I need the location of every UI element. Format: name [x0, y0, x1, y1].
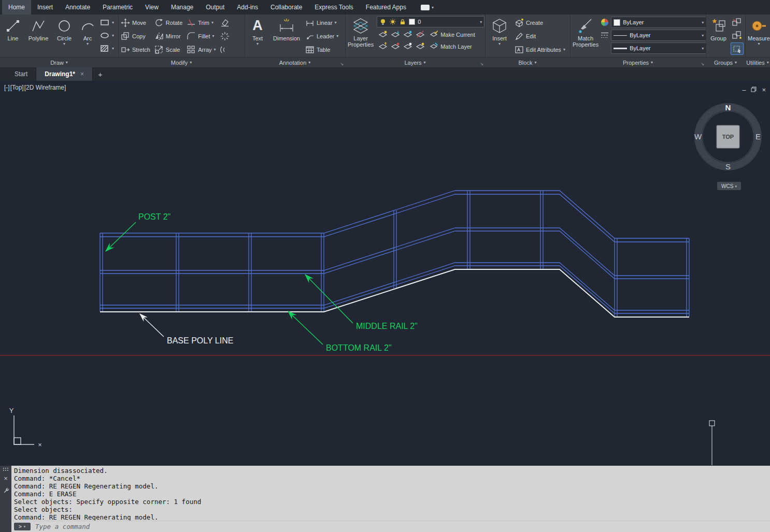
layer-off-icon[interactable]	[377, 28, 389, 40]
command-input[interactable]: Type a command	[35, 523, 90, 530]
rotate-button[interactable]: Rotate	[153, 16, 183, 29]
ellipse-button[interactable]: ▾	[99, 30, 115, 41]
object-color-dropdown[interactable]: ByLayer▾	[611, 17, 706, 28]
command-close-icon[interactable]: ×	[4, 476, 8, 482]
command-prompt-icon[interactable]: > ▾	[14, 523, 31, 530]
linetype-dropdown[interactable]: ByLayer▾	[611, 30, 706, 41]
tab-add-ins[interactable]: Add-ins	[231, 0, 264, 15]
railing-geometry	[100, 191, 689, 317]
layers-panel-dropdown[interactable]: Layers▾↘	[345, 57, 485, 67]
layer-thaw-all-icon[interactable]	[414, 40, 426, 52]
layer-select-dropdown[interactable]: 0 ▾	[377, 16, 484, 27]
restore-icon[interactable]	[751, 85, 757, 94]
circle-button[interactable]: Circle ▾	[52, 16, 76, 47]
close-drawing-tab-icon[interactable]: ×	[80, 70, 84, 78]
navigation-compass[interactable]: N W E S TOP	[694, 103, 762, 171]
layer-lock-toggle-icon[interactable]	[414, 28, 426, 40]
layer-turn-on-icon[interactable]	[402, 40, 413, 52]
block-panel-dropdown[interactable]: Block▾	[485, 57, 570, 67]
tab-featured-apps[interactable]: Featured Apps	[360, 0, 412, 15]
tab-output[interactable]: Output	[199, 0, 231, 15]
mirror-button[interactable]: Mirror	[153, 30, 183, 42]
lineweight-dropdown[interactable]: ByLayer▾	[611, 42, 706, 54]
array-button[interactable]: Array▾	[186, 43, 217, 56]
tab-collaborate[interactable]: Collaborate	[264, 0, 308, 15]
viewport-controls: [-] [Top] [2D Wireframe]	[4, 84, 66, 91]
layer-freeze-icon[interactable]	[402, 28, 413, 40]
ribbon-panel-modify: Move Copy Stretch Rotate Mirror Scale Tr…	[118, 15, 245, 67]
new-drawing-tab-button[interactable]: +	[93, 67, 108, 81]
bottom-rail-label: BOTTOM RAIL 2"	[326, 343, 392, 352]
offset-button[interactable]	[219, 43, 231, 56]
tab-start[interactable]: Start	[6, 67, 36, 81]
dimension-button[interactable]: Dimension	[270, 16, 303, 42]
arc-button[interactable]: Arc ▾	[77, 16, 98, 47]
tab-insert[interactable]: Insert	[31, 0, 59, 15]
command-drag-handle-icon[interactable]	[3, 468, 4, 469]
linetype-list-icon[interactable]	[601, 31, 609, 39]
utilities-panel-dropdown[interactable]: Utilities▾	[745, 57, 770, 67]
layer-properties-button[interactable]: Layer Properties	[347, 16, 375, 48]
text-button[interactable]: A Text ▾	[246, 16, 269, 47]
linear-dimension-button[interactable]: Linear▾	[304, 16, 339, 29]
edit-block-button[interactable]: Edit	[514, 30, 566, 42]
command-history-line: Select objects: Specify opposite corner:…	[11, 498, 770, 506]
viewcube[interactable]: TOP	[717, 125, 739, 148]
wcs-dropdown[interactable]: WCS ▾	[717, 182, 741, 190]
stretch-button[interactable]: Stretch	[120, 43, 151, 56]
draw-panel-dropdown[interactable]: Draw▾	[0, 57, 118, 67]
tab-parametric[interactable]: Parametric	[96, 0, 139, 15]
autocad-window: Home Insert Annotate Parametric View Man…	[0, 0, 770, 532]
match-properties-button[interactable]: Match Properties	[572, 16, 600, 48]
layer-freeze-all-icon[interactable]	[389, 40, 401, 52]
tab-home[interactable]: Home	[2, 0, 31, 15]
minimize-icon[interactable]: –	[742, 87, 746, 93]
tab-annotate[interactable]: Annotate	[59, 0, 96, 15]
explode-button[interactable]	[219, 30, 231, 42]
move-button[interactable]: Move	[120, 16, 151, 29]
trim-button[interactable]: Trim▾	[186, 16, 217, 29]
group-selection-toggle[interactable]	[731, 42, 744, 55]
tab-drawing1[interactable]: Drawing1* ×	[36, 67, 93, 81]
create-block-button[interactable]: Create	[514, 16, 566, 29]
rectangle-button[interactable]: ▾	[99, 17, 115, 28]
drawing-canvas[interactable]: [-] [Top] [2D Wireframe] – × WCS ▾	[0, 81, 770, 466]
compass-north: N	[725, 103, 731, 112]
tab-express-tools[interactable]: Express Tools	[308, 0, 359, 15]
insert-block-button[interactable]: Insert ▾	[487, 16, 512, 47]
text-icon: A	[252, 16, 263, 35]
match-layer-button[interactable]: Match Layer	[429, 40, 476, 52]
viewport-visual-style-control[interactable]: [2D Wireframe]	[24, 84, 66, 91]
layer-isolate-icon[interactable]	[389, 28, 401, 40]
erase-button[interactable]	[219, 16, 231, 29]
line-button[interactable]: Line	[2, 16, 24, 42]
color-wheel-icon[interactable]	[601, 18, 609, 26]
copy-button[interactable]: Copy	[120, 30, 151, 42]
groups-panel-dropdown[interactable]: Groups▾	[706, 57, 745, 67]
scale-button[interactable]: Scale	[153, 43, 183, 56]
group-edit-icon[interactable]	[731, 30, 743, 41]
hatch-button[interactable]: ▾	[99, 43, 115, 54]
group-button[interactable]: Group	[707, 16, 730, 42]
edit-attributes-button[interactable]: Edit Attributes▾	[514, 43, 566, 56]
customize-wrench-icon[interactable]	[3, 486, 9, 496]
make-current-button[interactable]: Make Current	[429, 28, 476, 40]
close-icon[interactable]: ×	[762, 87, 766, 93]
fillet-button[interactable]: Fillet▾	[186, 30, 217, 42]
tab-view[interactable]: View	[139, 0, 165, 15]
ribbon-display-toggle[interactable]: ▾	[421, 0, 434, 15]
ribbon-panel-layers: Layer Properties 0 ▾	[345, 15, 486, 67]
tab-manage[interactable]: Manage	[165, 0, 199, 15]
viewport-view-control[interactable]: [Top]	[10, 84, 24, 91]
properties-panel-dropdown[interactable]: Properties▾↘	[570, 57, 706, 67]
layer-unisolate-icon[interactable]	[377, 40, 389, 52]
measure-button[interactable]: Measure ▾	[747, 16, 770, 47]
command-history-line: Dimension disassociated.	[11, 467, 770, 475]
polyline-button[interactable]: Polyline	[25, 16, 51, 42]
modify-panel-dropdown[interactable]: Modify▾	[118, 57, 245, 67]
table-button[interactable]: Table	[304, 43, 339, 56]
ungroup-icon[interactable]	[731, 17, 743, 28]
leader-button[interactable]: Leader▾	[304, 30, 339, 42]
annotation-panel-dropdown[interactable]: Annotation▾↘	[245, 57, 345, 67]
viewport-collapse-control[interactable]: [-]	[4, 84, 10, 91]
